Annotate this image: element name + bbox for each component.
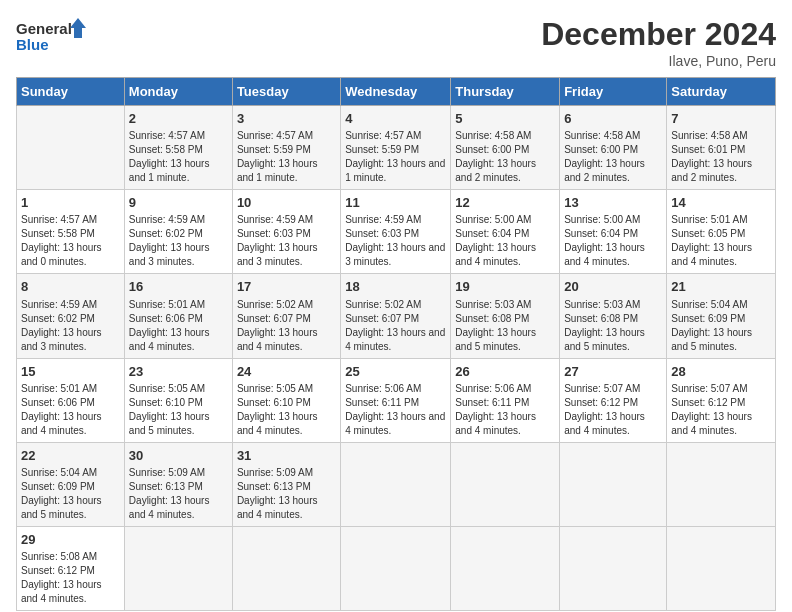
cell-text: Daylight: 13 hours and 4 minutes. — [564, 241, 662, 269]
cell-text: Daylight: 13 hours and 5 minutes. — [455, 326, 555, 354]
cell-text: Sunrise: 4:57 AM — [237, 129, 336, 143]
cell-text: Sunrise: 4:59 AM — [21, 298, 120, 312]
calendar-cell: 30Sunrise: 5:09 AMSunset: 6:13 PMDayligh… — [124, 442, 232, 526]
cell-text: Sunrise: 4:59 AM — [345, 213, 446, 227]
calendar-cell: 2Sunrise: 4:57 AMSunset: 5:58 PMDaylight… — [124, 106, 232, 190]
calendar-cell: 18Sunrise: 5:02 AMSunset: 6:07 PMDayligh… — [341, 274, 451, 358]
day-number: 4 — [345, 110, 446, 128]
day-number: 13 — [564, 194, 662, 212]
cell-text: Sunset: 6:12 PM — [564, 396, 662, 410]
day-number: 25 — [345, 363, 446, 381]
calendar-cell: 25Sunrise: 5:06 AMSunset: 6:11 PMDayligh… — [341, 358, 451, 442]
cell-text: Daylight: 13 hours and 4 minutes. — [21, 410, 120, 438]
cell-text: Sunrise: 5:07 AM — [564, 382, 662, 396]
day-number: 8 — [21, 278, 120, 296]
week-row-4: 22Sunrise: 5:04 AMSunset: 6:09 PMDayligh… — [17, 442, 776, 526]
col-header-saturday: Saturday — [667, 78, 776, 106]
month-title: December 2024 — [541, 16, 776, 53]
cell-text: Daylight: 13 hours and 5 minutes. — [21, 494, 120, 522]
calendar-cell: 4Sunrise: 4:57 AMSunset: 5:59 PMDaylight… — [341, 106, 451, 190]
cell-text: Sunset: 6:11 PM — [345, 396, 446, 410]
day-number: 11 — [345, 194, 446, 212]
calendar-cell: 26Sunrise: 5:06 AMSunset: 6:11 PMDayligh… — [451, 358, 560, 442]
day-number: 26 — [455, 363, 555, 381]
day-number: 1 — [21, 194, 120, 212]
cell-text: Sunset: 5:59 PM — [237, 143, 336, 157]
cell-text: Sunrise: 5:03 AM — [455, 298, 555, 312]
cell-text: Sunrise: 5:09 AM — [129, 466, 228, 480]
cell-text: Sunset: 6:07 PM — [345, 312, 446, 326]
cell-text: Daylight: 13 hours and 0 minutes. — [21, 241, 120, 269]
cell-text: Sunrise: 5:06 AM — [455, 382, 555, 396]
calendar-cell: 3Sunrise: 4:57 AMSunset: 5:59 PMDaylight… — [232, 106, 340, 190]
day-number: 22 — [21, 447, 120, 465]
cell-text: Sunrise: 5:02 AM — [345, 298, 446, 312]
cell-text: Daylight: 13 hours and 2 minutes. — [455, 157, 555, 185]
cell-text: Sunrise: 4:57 AM — [21, 213, 120, 227]
cell-text: Daylight: 13 hours and 4 minutes. — [21, 578, 120, 606]
logo: General Blue — [16, 16, 86, 56]
week-row-0: 2Sunrise: 4:57 AMSunset: 5:58 PMDaylight… — [17, 106, 776, 190]
day-number: 9 — [129, 194, 228, 212]
cell-text: Daylight: 13 hours and 5 minutes. — [129, 410, 228, 438]
cell-text: Sunset: 6:00 PM — [455, 143, 555, 157]
cell-text: Sunset: 6:07 PM — [237, 312, 336, 326]
header-row: SundayMondayTuesdayWednesdayThursdayFrid… — [17, 78, 776, 106]
cell-text: Sunrise: 4:57 AM — [129, 129, 228, 143]
cell-text: Sunrise: 5:09 AM — [237, 466, 336, 480]
cell-text: Sunset: 6:13 PM — [129, 480, 228, 494]
title-area: December 2024 Ilave, Puno, Peru — [541, 16, 776, 69]
day-number: 12 — [455, 194, 555, 212]
col-header-friday: Friday — [560, 78, 667, 106]
cell-text: Daylight: 13 hours and 3 minutes. — [237, 241, 336, 269]
cell-text: Sunrise: 4:58 AM — [671, 129, 771, 143]
calendar-cell: 27Sunrise: 5:07 AMSunset: 6:12 PMDayligh… — [560, 358, 667, 442]
cell-text: Daylight: 13 hours and 4 minutes. — [129, 326, 228, 354]
week-row-1: 1Sunrise: 4:57 AMSunset: 5:58 PMDaylight… — [17, 190, 776, 274]
calendar-cell: 10Sunrise: 4:59 AMSunset: 6:03 PMDayligh… — [232, 190, 340, 274]
cell-text: Sunrise: 5:01 AM — [671, 213, 771, 227]
cell-text: Daylight: 13 hours and 4 minutes. — [237, 410, 336, 438]
day-number: 18 — [345, 278, 446, 296]
calendar-table: SundayMondayTuesdayWednesdayThursdayFrid… — [16, 77, 776, 611]
cell-text: Sunrise: 5:01 AM — [129, 298, 228, 312]
cell-text: Sunrise: 5:06 AM — [345, 382, 446, 396]
cell-text: Daylight: 13 hours and 4 minutes. — [564, 410, 662, 438]
cell-text: Sunset: 5:59 PM — [345, 143, 446, 157]
day-number: 28 — [671, 363, 771, 381]
calendar-cell — [667, 526, 776, 610]
cell-text: Daylight: 13 hours and 3 minutes. — [345, 241, 446, 269]
cell-text: Daylight: 13 hours and 4 minutes. — [345, 410, 446, 438]
calendar-cell — [667, 442, 776, 526]
col-header-tuesday: Tuesday — [232, 78, 340, 106]
cell-text: Sunset: 6:13 PM — [237, 480, 336, 494]
cell-text: Sunset: 6:06 PM — [21, 396, 120, 410]
calendar-cell: 20Sunrise: 5:03 AMSunset: 6:08 PMDayligh… — [560, 274, 667, 358]
cell-text: Sunset: 6:04 PM — [564, 227, 662, 241]
day-number: 23 — [129, 363, 228, 381]
cell-text: Daylight: 13 hours and 5 minutes. — [671, 326, 771, 354]
calendar-cell: 29Sunrise: 5:08 AMSunset: 6:12 PMDayligh… — [17, 526, 125, 610]
cell-text: Sunset: 6:02 PM — [129, 227, 228, 241]
cell-text: Daylight: 13 hours and 4 minutes. — [129, 494, 228, 522]
day-number: 14 — [671, 194, 771, 212]
calendar-cell: 5Sunrise: 4:58 AMSunset: 6:00 PMDaylight… — [451, 106, 560, 190]
calendar-cell: 19Sunrise: 5:03 AMSunset: 6:08 PMDayligh… — [451, 274, 560, 358]
calendar-cell: 21Sunrise: 5:04 AMSunset: 6:09 PMDayligh… — [667, 274, 776, 358]
cell-text: Sunrise: 5:00 AM — [455, 213, 555, 227]
location: Ilave, Puno, Peru — [541, 53, 776, 69]
cell-text: Sunset: 6:03 PM — [345, 227, 446, 241]
calendar-cell: 11Sunrise: 4:59 AMSunset: 6:03 PMDayligh… — [341, 190, 451, 274]
day-number: 17 — [237, 278, 336, 296]
cell-text: Sunrise: 5:08 AM — [21, 550, 120, 564]
calendar-cell — [341, 442, 451, 526]
day-number: 31 — [237, 447, 336, 465]
cell-text: Sunrise: 4:58 AM — [564, 129, 662, 143]
cell-text: Sunrise: 4:57 AM — [345, 129, 446, 143]
cell-text: Daylight: 13 hours and 4 minutes. — [455, 241, 555, 269]
col-header-wednesday: Wednesday — [341, 78, 451, 106]
cell-text: Sunset: 6:12 PM — [671, 396, 771, 410]
cell-text: Sunset: 6:02 PM — [21, 312, 120, 326]
cell-text: Sunset: 6:04 PM — [455, 227, 555, 241]
cell-text: Sunset: 6:10 PM — [129, 396, 228, 410]
